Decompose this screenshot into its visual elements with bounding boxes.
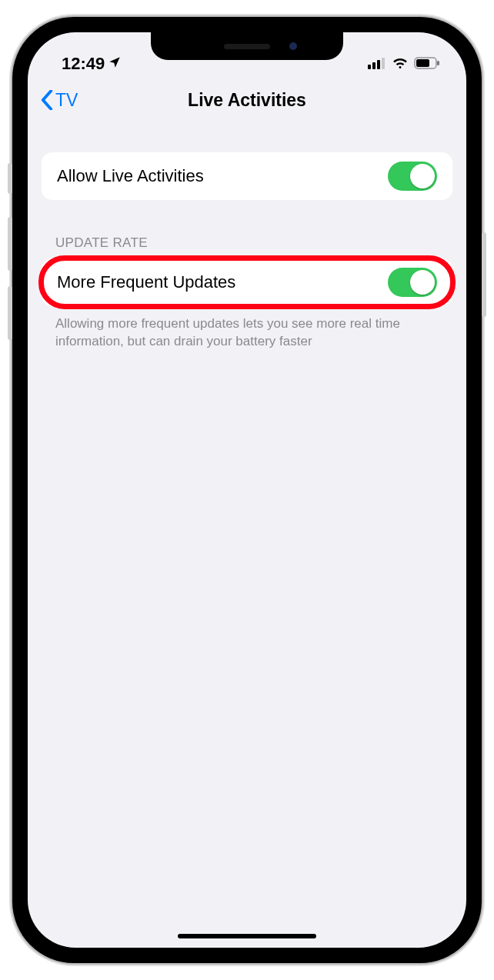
update-rate-header: UPDATE RATE <box>55 235 439 251</box>
back-button[interactable]: TV <box>40 90 78 111</box>
more-frequent-updates-row[interactable]: More Frequent Updates <box>42 258 452 306</box>
phone-frame: 12:49 <box>12 17 482 963</box>
speaker-grille <box>224 44 270 49</box>
svg-rect-0 <box>368 65 371 69</box>
side-button <box>482 232 486 317</box>
mute-switch <box>8 163 12 194</box>
chevron-left-icon <box>40 90 54 110</box>
volume-down-button <box>8 286 12 340</box>
location-arrow-icon <box>108 54 122 74</box>
wifi-icon <box>392 54 409 74</box>
content-area: Allow Live Activities UPDATE RATE More F… <box>28 125 466 351</box>
page-title: Live Activities <box>28 90 466 111</box>
notch <box>151 32 343 60</box>
allow-live-activities-toggle[interactable] <box>388 162 437 191</box>
back-label: TV <box>55 90 78 111</box>
svg-rect-2 <box>377 60 380 69</box>
svg-rect-3 <box>382 58 385 69</box>
battery-icon <box>414 54 440 74</box>
cellular-signal-icon <box>368 54 386 74</box>
front-camera <box>289 42 297 50</box>
nav-bar: TV Live Activities <box>28 75 466 125</box>
more-frequent-updates-label: More Frequent Updates <box>57 272 235 292</box>
allow-live-activities-row[interactable]: Allow Live Activities <box>42 152 452 200</box>
screen: 12:49 <box>28 32 466 948</box>
more-frequent-updates-toggle[interactable] <box>388 268 437 297</box>
volume-up-button <box>8 217 12 271</box>
home-indicator[interactable] <box>178 934 316 938</box>
update-rate-footer: Allowing more frequent updates lets you … <box>55 315 439 351</box>
allow-live-activities-label: Allow Live Activities <box>57 166 204 186</box>
svg-rect-5 <box>416 59 429 67</box>
status-time: 12:49 <box>62 54 105 74</box>
svg-rect-1 <box>372 62 376 69</box>
svg-rect-6 <box>437 61 439 65</box>
